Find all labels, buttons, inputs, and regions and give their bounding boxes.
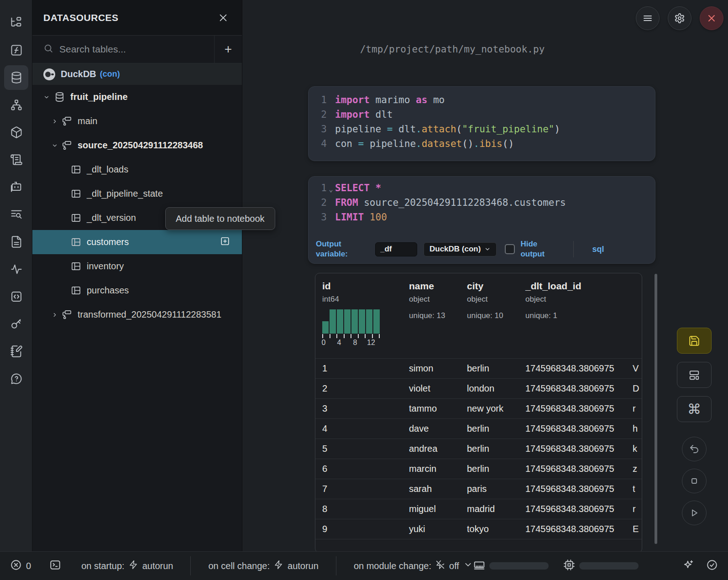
sparkles-icon[interactable] xyxy=(682,559,694,573)
divider xyxy=(190,556,191,575)
column-header-city[interactable]: city object unique: 10 xyxy=(467,281,525,358)
schema-icon xyxy=(62,309,72,320)
axis-tick xyxy=(330,334,330,338)
memory-icon xyxy=(473,559,485,573)
tree-item-source-schema[interactable]: source_202504291112283468 xyxy=(32,133,242,157)
stop-button[interactable] xyxy=(682,469,707,493)
file-text-icon[interactable] xyxy=(0,228,32,256)
line-number: 2 xyxy=(309,195,327,210)
on-module-change-toggle[interactable]: on module change: off xyxy=(354,560,473,572)
divider xyxy=(573,241,574,257)
chevron-down-icon[interactable] xyxy=(43,94,50,100)
function-square-icon[interactable] xyxy=(0,37,32,64)
cpu-icon xyxy=(563,559,575,573)
panel-close-icon[interactable] xyxy=(215,10,231,26)
table-icon xyxy=(71,237,81,247)
network-icon[interactable] xyxy=(0,91,32,119)
keyboard-shortcuts-button[interactable]: ⌘ xyxy=(677,396,712,422)
activity-rail xyxy=(0,0,32,551)
layout-button[interactable] xyxy=(677,362,712,388)
errors-count: 0 xyxy=(26,561,31,571)
database-icon[interactable] xyxy=(0,64,32,91)
column-header-clipped xyxy=(633,281,642,358)
table-header: id int64 04812 name object unique: 13 ci… xyxy=(315,273,642,358)
axis-tick xyxy=(365,334,366,338)
bot-message-icon[interactable] xyxy=(0,173,32,201)
histogram-bar xyxy=(337,309,343,334)
add-datasource-button[interactable]: + xyxy=(214,36,242,63)
column-header-dlt-load-id[interactable]: _dlt_load_id object unique: 1 xyxy=(525,281,633,358)
zap-off-icon xyxy=(435,560,445,572)
close-app-button[interactable] xyxy=(700,6,723,30)
on-cell-change-toggle[interactable]: on cell change: autorun xyxy=(208,560,318,572)
line-number: 3 xyxy=(309,210,327,225)
table-row: 5andreaberlin1745968348.3806975k xyxy=(315,439,642,459)
column-header-id[interactable]: id int64 04812 xyxy=(322,281,409,358)
scroll-text-icon[interactable] xyxy=(0,146,32,173)
add-table-to-notebook-button[interactable] xyxy=(220,236,230,248)
table-icon xyxy=(71,164,81,175)
help-circle-icon[interactable] xyxy=(0,365,32,392)
histogram-bar xyxy=(351,309,358,334)
tree-item-inventory[interactable]: inventory xyxy=(32,254,242,278)
chevron-right-icon[interactable] xyxy=(52,312,58,318)
engine-select[interactable]: DuckDB (con) xyxy=(424,242,497,256)
run-button[interactable] xyxy=(682,501,707,525)
panel-title: DATASOURCES xyxy=(43,12,119,23)
notebook-pen-icon[interactable] xyxy=(0,338,32,365)
connection-alias: (con) xyxy=(100,69,120,79)
zap-icon xyxy=(274,560,283,572)
schema-icon xyxy=(62,140,72,151)
duckdb-logo-icon xyxy=(43,68,55,80)
box-icon[interactable] xyxy=(0,119,32,146)
key-icon[interactable] xyxy=(0,310,32,338)
errors-indicator[interactable]: 0 xyxy=(10,559,31,573)
activity-icon[interactable] xyxy=(0,256,32,283)
zap-icon xyxy=(129,560,138,572)
tree-item-dlt-loads[interactable]: _dlt_loads xyxy=(32,157,242,182)
tree-item-fruit-pipeline[interactable]: fruit_pipeline xyxy=(32,85,242,109)
save-button[interactable] xyxy=(677,328,712,354)
line-number: 4 xyxy=(309,136,327,151)
column-header-name[interactable]: name object unique: 13 xyxy=(409,281,467,358)
query-result-table: id int64 04812 name object unique: 13 ci… xyxy=(315,273,642,553)
tooltip: Add table to notebook xyxy=(165,207,275,230)
tree-item-transformed-schema[interactable]: transformed_202504291112283581 xyxy=(32,303,242,327)
tree-item-dlt-pipeline-state[interactable]: _dlt_pipeline_state xyxy=(32,182,242,206)
tree-item-customers[interactable]: customers xyxy=(32,230,242,254)
schema-icon xyxy=(62,116,72,126)
chevron-down-icon[interactable] xyxy=(52,142,58,149)
list-search-icon[interactable] xyxy=(0,201,32,228)
python-cell[interactable]: 1import marimo as mo 2import dlt 3pipeli… xyxy=(308,86,655,161)
settings-button[interactable] xyxy=(668,6,691,30)
search-row: + xyxy=(32,36,242,63)
axis-tick xyxy=(358,334,359,338)
search-tables-input[interactable] xyxy=(59,44,214,55)
axis-tick xyxy=(379,334,380,338)
notebook-scrollbar[interactable] xyxy=(655,274,657,544)
histogram-bar xyxy=(322,321,329,334)
axis-tick xyxy=(336,334,337,338)
histogram-bar xyxy=(366,309,372,334)
chevron-right-icon[interactable] xyxy=(52,118,58,125)
axis-tick-label: 4 xyxy=(337,339,341,347)
connection-duckdb[interactable]: DuckDB (con) xyxy=(32,63,242,85)
chevron-down-icon xyxy=(463,560,473,572)
axis-tick-label: 8 xyxy=(353,339,357,347)
output-variable-input[interactable] xyxy=(375,242,417,256)
histogram-bar xyxy=(373,309,380,334)
table-icon xyxy=(71,213,81,223)
undo-button[interactable] xyxy=(682,437,707,461)
code-square-icon[interactable] xyxy=(0,283,32,310)
line-number: 2 xyxy=(309,107,327,122)
menu-button[interactable] xyxy=(636,6,660,30)
sql-cell[interactable]: 1⌄SELECT * 2FROM source_2025042911122834… xyxy=(308,176,655,264)
connection-name: DuckDB xyxy=(61,69,96,79)
on-startup-toggle[interactable]: on startup: autorun xyxy=(81,560,173,572)
hide-output-checkbox[interactable] xyxy=(505,244,515,254)
fold-chevron-icon[interactable]: ⌄ xyxy=(327,181,335,195)
tree-item-main[interactable]: main xyxy=(32,109,242,133)
terminal-icon[interactable] xyxy=(49,559,61,573)
tree-item-purchases[interactable]: purchases xyxy=(32,278,242,303)
file-tree-icon[interactable] xyxy=(0,9,32,37)
